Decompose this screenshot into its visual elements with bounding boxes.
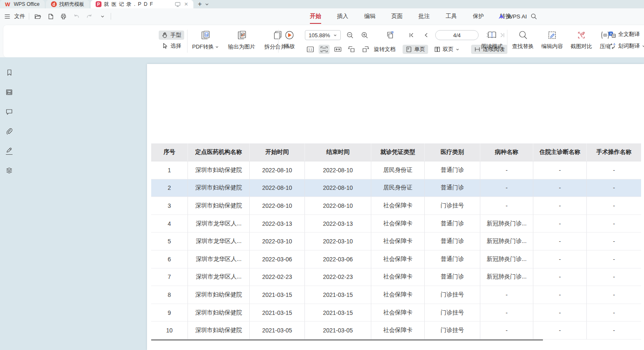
zoom-level-dropdown[interactable]: 105.88%	[305, 30, 341, 40]
table-row: 8深圳市妇幼保健院2021-03-152021-03-15社会保障卡门诊挂号--…	[151, 286, 641, 304]
export-as-image-button[interactable]: 输出为图片	[228, 30, 255, 51]
menu-tab-批注[interactable]: 批注	[416, 12, 432, 21]
word-translate-button[interactable]: xA 划词翻译	[608, 42, 644, 50]
hand-tool-button[interactable]: 手型	[159, 31, 184, 40]
read-mode-label: 阅读模式	[481, 43, 503, 50]
svg-text:A: A	[610, 32, 612, 36]
previous-page-button[interactable]	[421, 31, 431, 40]
tab-wps-office[interactable]: W WPS Office	[0, 0, 45, 8]
table-header-cell: 开始时间	[250, 143, 305, 161]
menu-tab-保护[interactable]: 保护	[470, 12, 487, 21]
menu-tab-插入[interactable]: 插入	[335, 12, 351, 21]
table-cell: 新冠肺炎门诊...	[480, 250, 533, 268]
attachment-icon[interactable]	[4, 126, 14, 136]
table-cell: 6	[151, 250, 188, 268]
table-cell: 深圳市妇幼保健院	[188, 286, 250, 304]
search-icon[interactable]	[530, 13, 538, 20]
screen-share-icon[interactable]	[175, 2, 181, 7]
table-row: 3深圳市妇幼保健院2022-08-102022-08-10社会保障卡门诊挂号--…	[151, 197, 641, 215]
table-row: 1深圳市妇幼保健院2022-08-102022-08-10居民身份证普通门诊--…	[151, 161, 641, 179]
table-cell: 10	[151, 322, 188, 340]
redo-button[interactable]	[85, 12, 94, 21]
full-text-translate-button[interactable]: A 文 全文翻译	[608, 31, 644, 38]
wps-ai-menu[interactable]: WPS AI	[507, 13, 527, 20]
table-cell: 4	[151, 215, 188, 233]
table-cell: -	[533, 215, 587, 233]
table-cell: 2021-03-15	[250, 304, 305, 322]
table-cell: -	[533, 197, 587, 215]
pdf-convert-button[interactable]: W PDF转换	[192, 30, 219, 51]
table-cell: 新冠肺炎门诊...	[480, 268, 533, 286]
bookmark-icon[interactable]	[4, 67, 14, 77]
play-icon	[284, 30, 294, 40]
tab-list-chevron-icon[interactable]	[205, 3, 209, 6]
export-image-label: 输出为图片	[228, 43, 255, 51]
rotate-document-label[interactable]: 旋转文档	[374, 46, 396, 53]
full-translate-label: 全文翻译	[618, 31, 640, 38]
find-replace-button[interactable]: 查找替换	[512, 30, 534, 50]
table-cell: 深圳市龙华区人...	[188, 268, 250, 286]
comment-icon[interactable]	[4, 107, 14, 117]
table-header-cell: 医疗类别	[425, 143, 480, 161]
table-cell: 普通门诊	[425, 268, 480, 286]
svg-text:W: W	[205, 33, 208, 36]
play-button[interactable]: 播放	[284, 30, 295, 50]
open-file-button[interactable]	[33, 12, 42, 21]
rotate-left-button[interactable]	[346, 45, 357, 54]
table-cell: 2021-03-15	[305, 286, 371, 304]
layers-icon[interactable]	[4, 166, 14, 176]
annotate-pen-icon[interactable]	[4, 146, 14, 156]
quick-access-chevron-icon[interactable]	[98, 12, 107, 21]
print-button[interactable]	[59, 12, 68, 21]
fit-width-button[interactable]	[332, 45, 343, 54]
find-replace-label: 查找替换	[512, 43, 534, 50]
read-mode-button[interactable]: 阅读模式	[481, 30, 503, 50]
undo-button[interactable]	[72, 12, 81, 21]
table-cell: -	[587, 179, 641, 197]
table-cell: 普通门诊	[425, 232, 480, 250]
table-cell: -	[587, 161, 641, 179]
hamburger-icon[interactable]	[4, 14, 10, 19]
close-tab-icon[interactable]: ✕	[184, 1, 188, 7]
menu-tab-工具[interactable]: 工具	[443, 12, 459, 21]
table-cell: 门诊挂号	[425, 286, 480, 304]
file-menu[interactable]: 文件	[14, 13, 25, 20]
double-page-button[interactable]: 双页	[431, 45, 462, 54]
table-cell: 普通门诊	[425, 250, 480, 268]
zoom-out-button[interactable]	[345, 31, 355, 40]
menu-tab-开始[interactable]: 开始	[307, 12, 324, 21]
menu-tab-编辑[interactable]: 编辑	[362, 12, 378, 21]
thumbnail-icon[interactable]	[4, 87, 14, 97]
select-tool-button[interactable]: 选择	[159, 41, 184, 51]
edit-content-button[interactable]: 编辑内容	[541, 30, 563, 50]
first-page-button[interactable]	[406, 31, 417, 40]
new-tab-button[interactable]: +	[198, 0, 202, 8]
tab-label: 就医记录.PDF	[104, 1, 155, 8]
pdf-page[interactable]: 序号定点医药机构名称开始时间结束时间就诊凭证类型医疗类别病种名称住院主诊断名称手…	[147, 64, 644, 350]
table-cell: -	[587, 322, 641, 340]
screenshot-compare-icon	[576, 30, 586, 40]
table-cell: 门诊挂号	[425, 304, 480, 322]
rotate-right-button[interactable]	[360, 45, 371, 54]
table-cell: -	[587, 304, 641, 322]
screenshot-compare-button[interactable]: 截图对比	[570, 30, 592, 50]
page-indicator[interactable]: 4/4	[435, 30, 479, 40]
play-label: 播放	[284, 43, 295, 50]
table-cell: 2021-03-15	[250, 286, 305, 304]
zoom-in-button[interactable]	[359, 31, 370, 40]
menu-tab-页面[interactable]: 页面	[389, 12, 405, 21]
fit-page-button[interactable]	[319, 45, 330, 54]
cursor-icon	[162, 43, 168, 49]
table-cell: 2022-03-13	[305, 215, 371, 233]
save-button[interactable]	[46, 12, 55, 21]
table-cell: -	[533, 322, 587, 340]
actual-size-button[interactable]: 1:1	[305, 45, 316, 54]
replace-pages-button[interactable]	[385, 31, 396, 40]
tab-document-pdf[interactable]: P 就医记录.PDF ✕	[91, 0, 193, 8]
table-cell: -	[533, 304, 587, 322]
chevron-down-icon	[456, 48, 459, 51]
single-page-button[interactable]: 单页	[403, 45, 428, 54]
table-cell: -	[480, 304, 533, 322]
table-cell: 门诊挂号	[425, 197, 480, 215]
tab-docer-templates[interactable]: d 找稻壳模板	[46, 0, 89, 8]
